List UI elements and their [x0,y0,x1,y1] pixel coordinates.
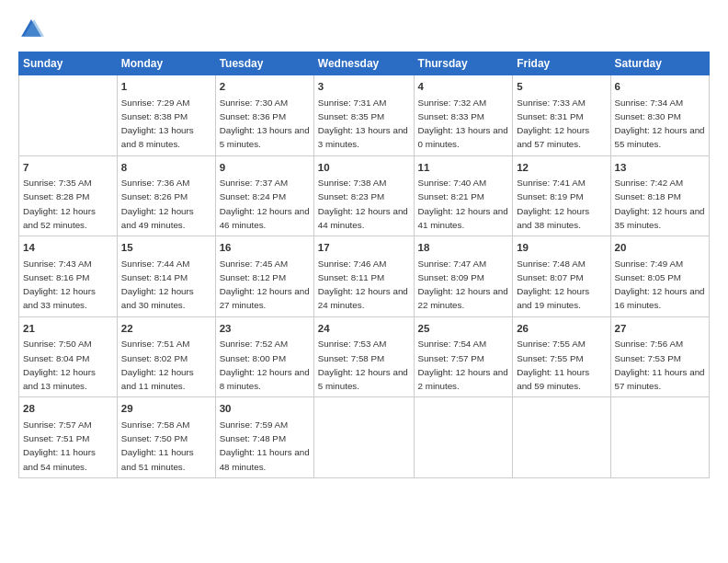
calendar-cell: 19 Sunrise: 7:48 AM Sunset: 8:07 PM Dayl… [513,236,610,317]
sunset-text: Sunset: 7:57 PM [418,353,484,363]
day-number: 25 [418,321,509,337]
calendar-cell: 9 Sunrise: 7:37 AM Sunset: 8:24 PM Dayli… [215,155,313,236]
sunrise-text: Sunrise: 7:55 AM [517,339,586,349]
daylight-text: Daylight: 12 hours and 16 minutes. [615,286,705,310]
sunset-text: Sunset: 8:19 PM [517,191,583,201]
sunset-text: Sunset: 8:38 PM [121,111,188,121]
day-number: 30 [220,401,310,417]
calendar-cell: 25 Sunrise: 7:54 AM Sunset: 7:57 PM Dayl… [414,316,513,397]
sunrise-text: Sunrise: 7:34 AM [615,98,684,108]
week-row-4: 28 Sunrise: 7:57 AM Sunset: 7:51 PM Dayl… [19,397,710,478]
sunset-text: Sunset: 8:21 PM [418,191,484,201]
weekday-header-tuesday: Tuesday [215,52,313,75]
daylight-text: Daylight: 12 hours and 13 minutes. [23,367,96,391]
daylight-text: Daylight: 13 hours and 3 minutes. [318,125,408,149]
calendar-cell: 12 Sunrise: 7:41 AM Sunset: 8:19 PM Dayl… [513,155,610,236]
sunrise-text: Sunrise: 7:31 AM [318,98,387,108]
logo [18,17,48,42]
day-number: 9 [220,160,310,176]
daylight-text: Daylight: 12 hours and 2 minutes. [418,367,508,391]
calendar-cell: 22 Sunrise: 7:51 AM Sunset: 8:02 PM Dayl… [117,316,215,397]
daylight-text: Daylight: 12 hours and 11 minutes. [121,367,194,391]
sunset-text: Sunset: 8:23 PM [318,191,384,201]
day-number: 15 [121,240,211,256]
day-number: 8 [121,160,211,176]
sunrise-text: Sunrise: 7:32 AM [418,98,487,108]
calendar-cell: 2 Sunrise: 7:30 AM Sunset: 8:36 PM Dayli… [215,75,313,156]
day-number: 2 [220,79,310,95]
sunset-text: Sunset: 8:04 PM [23,353,89,363]
day-number: 11 [418,160,509,176]
weekday-header-sunday: Sunday [19,52,118,75]
weekday-header-saturday: Saturday [610,52,710,75]
daylight-text: Daylight: 11 hours and 54 minutes. [23,447,96,471]
day-number: 7 [23,160,113,176]
sunrise-text: Sunrise: 7:38 AM [318,178,387,188]
day-number: 1 [121,79,211,95]
daylight-text: Daylight: 13 hours and 8 minutes. [121,125,194,149]
week-row-2: 14 Sunrise: 7:43 AM Sunset: 8:16 PM Dayl… [19,236,710,317]
daylight-text: Daylight: 12 hours and 46 minutes. [220,206,310,230]
weekday-header-thursday: Thursday [414,52,513,75]
sunrise-text: Sunrise: 7:29 AM [121,98,190,108]
calendar-cell: 15 Sunrise: 7:44 AM Sunset: 8:14 PM Dayl… [117,236,215,317]
calendar-cell: 20 Sunrise: 7:49 AM Sunset: 8:05 PM Dayl… [610,236,710,317]
daylight-text: Daylight: 12 hours and 27 minutes. [220,286,310,310]
week-row-0: 1 Sunrise: 7:29 AM Sunset: 8:38 PM Dayli… [19,75,710,156]
daylight-text: Daylight: 11 hours and 51 minutes. [121,447,194,471]
day-number: 23 [220,321,310,337]
daylight-text: Daylight: 12 hours and 30 minutes. [121,286,194,310]
day-number: 16 [220,240,310,256]
calendar-cell: 13 Sunrise: 7:42 AM Sunset: 8:18 PM Dayl… [610,155,710,236]
sunset-text: Sunset: 8:18 PM [615,191,681,201]
sunrise-text: Sunrise: 7:54 AM [418,339,487,349]
sunset-text: Sunset: 7:48 PM [220,433,286,443]
sunrise-text: Sunrise: 7:40 AM [418,178,487,188]
calendar-cell: 8 Sunrise: 7:36 AM Sunset: 8:26 PM Dayli… [117,155,215,236]
day-number: 27 [615,321,706,337]
calendar-cell: 5 Sunrise: 7:33 AM Sunset: 8:31 PM Dayli… [513,75,610,156]
day-number: 28 [23,401,113,417]
calendar-cell: 14 Sunrise: 7:43 AM Sunset: 8:16 PM Dayl… [19,236,118,317]
daylight-text: Daylight: 13 hours and 5 minutes. [220,125,310,149]
daylight-text: Daylight: 12 hours and 44 minutes. [318,206,408,230]
sunset-text: Sunset: 7:51 PM [23,433,89,443]
calendar-cell: 11 Sunrise: 7:40 AM Sunset: 8:21 PM Dayl… [414,155,513,236]
sunrise-text: Sunrise: 7:35 AM [23,178,92,188]
calendar-cell [414,397,513,478]
sunset-text: Sunset: 7:50 PM [121,433,188,443]
daylight-text: Daylight: 12 hours and 55 minutes. [615,125,705,149]
sunset-text: Sunset: 8:36 PM [220,111,286,121]
day-number: 17 [318,240,410,256]
daylight-text: Daylight: 12 hours and 24 minutes. [318,286,408,310]
sunset-text: Sunset: 8:00 PM [220,353,286,363]
sunrise-text: Sunrise: 7:37 AM [220,178,289,188]
day-number: 19 [517,240,606,256]
daylight-text: Daylight: 12 hours and 8 minutes. [220,367,310,391]
day-number: 22 [121,321,211,337]
sunset-text: Sunset: 8:09 PM [418,272,484,282]
calendar-cell: 30 Sunrise: 7:59 AM Sunset: 7:48 PM Dayl… [215,397,313,478]
sunset-text: Sunset: 8:05 PM [615,272,681,282]
day-number: 6 [615,79,706,95]
sunset-text: Sunset: 8:16 PM [23,272,89,282]
sunrise-text: Sunrise: 7:42 AM [615,178,684,188]
sunrise-text: Sunrise: 7:36 AM [121,178,190,188]
day-number: 14 [23,240,113,256]
daylight-text: Daylight: 11 hours and 57 minutes. [615,367,705,391]
daylight-text: Daylight: 12 hours and 49 minutes. [121,206,194,230]
day-number: 20 [615,240,706,256]
sunrise-text: Sunrise: 7:33 AM [517,98,586,108]
calendar-cell: 6 Sunrise: 7:34 AM Sunset: 8:30 PM Dayli… [610,75,710,156]
sunset-text: Sunset: 8:11 PM [318,272,384,282]
daylight-text: Daylight: 11 hours and 59 minutes. [517,367,589,391]
sunset-text: Sunset: 8:12 PM [220,272,286,282]
sunrise-text: Sunrise: 7:44 AM [121,259,190,269]
calendar-cell: 29 Sunrise: 7:58 AM Sunset: 7:50 PM Dayl… [117,397,215,478]
day-number: 29 [121,401,211,417]
calendar-cell: 24 Sunrise: 7:53 AM Sunset: 7:58 PM Dayl… [313,316,414,397]
daylight-text: Daylight: 12 hours and 41 minutes. [418,206,508,230]
sunset-text: Sunset: 8:24 PM [220,191,286,201]
sunset-text: Sunset: 8:30 PM [615,111,681,121]
day-number: 3 [318,79,410,95]
